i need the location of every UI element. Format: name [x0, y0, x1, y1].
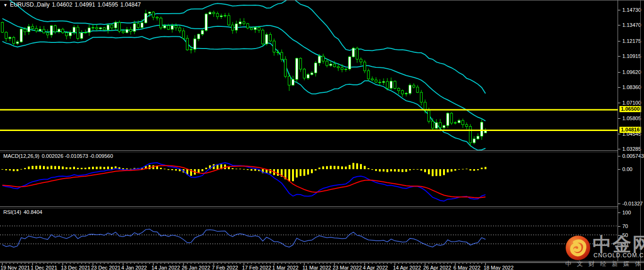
symbol-label: EURUSD.,Daily	[10, 1, 50, 8]
bear-candle	[281, 52, 283, 59]
macd-histogram-bar	[371, 169, 373, 170]
bull-candle	[20, 29, 23, 42]
macd-histogram-bar	[379, 169, 381, 172]
macd-canvas[interactable]	[0, 152, 618, 206]
macd-histogram-bar	[92, 167, 94, 169]
bollinger-upper-band	[2, 0, 485, 93]
macd-histogram-bar	[39, 165, 41, 169]
panel-separator[interactable]	[0, 206, 644, 208]
bull-candle	[126, 30, 128, 33]
quote-header: ▼EURUSD.,Daily1.046021.049911.045951.048…	[3, 1, 143, 8]
bull-candle	[345, 69, 347, 70]
time-axis-label: 19 Nov 2021	[0, 265, 30, 270]
rsi-canvas[interactable]	[0, 208, 618, 261]
rsi-axis-label: 100	[622, 210, 631, 215]
bear-candle	[273, 41, 276, 52]
bear-candle	[386, 82, 389, 88]
macd-histogram-bar	[466, 169, 468, 169]
macd-histogram-bar	[126, 169, 128, 170]
bull-candle	[201, 31, 204, 34]
price-axis-label: 1.13470	[622, 22, 641, 28]
macd-histogram-bar	[43, 166, 45, 169]
macd-header: MACD(12,26,9)0.002026 -0.010573 -0.00956…	[3, 153, 116, 159]
bull-candle	[171, 26, 174, 30]
time-axis-label: 26 Jan 2022	[182, 265, 210, 270]
bear-candle	[258, 27, 260, 30]
macd-histogram-bar	[481, 168, 483, 169]
macd-histogram-bar	[405, 169, 407, 172]
bear-candle	[303, 69, 306, 78]
bull-candle	[141, 23, 143, 27]
bull-candle	[84, 33, 87, 33]
bollinger-lower-band	[2, 36, 485, 150]
bear-candle	[360, 59, 362, 62]
macd-histogram-bar	[398, 169, 400, 172]
price-chart-canvas[interactable]	[0, 0, 618, 150]
macd-histogram-bar	[1, 169, 3, 170]
macd-histogram-bar	[35, 166, 37, 169]
main-chart-panel[interactable]	[0, 0, 618, 150]
price-axis-label: 1.08360	[622, 84, 641, 90]
bear-candle	[341, 68, 343, 70]
macd-histogram-bar	[247, 169, 249, 170]
bull-candle	[477, 136, 479, 139]
macd-histogram-bar	[122, 168, 124, 169]
bull-candle	[447, 113, 449, 125]
macd-histogram-bar	[251, 169, 252, 171]
bear-candle	[394, 81, 396, 88]
macd-histogram-bar	[24, 168, 26, 169]
macd-values: 0.002026 -0.010573 -0.009560	[42, 153, 113, 159]
macd-histogram-bar	[356, 164, 358, 170]
macd-histogram-bar	[232, 168, 234, 169]
bull-candle	[9, 38, 11, 39]
time-axis-label: 23 Mar 2022	[333, 265, 362, 270]
macd-histogram-bar	[296, 169, 298, 178]
macd-histogram-bar	[201, 169, 203, 171]
bear-candle	[111, 25, 113, 28]
macd-histogram-bar	[432, 169, 434, 176]
panel-separator[interactable]	[0, 150, 644, 152]
bull-candle	[390, 81, 393, 88]
macd-histogram-bar	[32, 166, 33, 169]
bull-candle	[409, 85, 411, 93]
bear-candle	[417, 87, 419, 92]
macd-histogram-bar	[9, 169, 11, 171]
bear-candle	[13, 38, 15, 44]
symbol-dropdown-icon: ▼	[3, 3, 8, 8]
macd-histogram-bar	[322, 166, 324, 169]
bull-candle	[100, 28, 102, 29]
macd-histogram-bar	[477, 169, 479, 170]
macd-histogram-bar	[485, 167, 486, 169]
macd-histogram-bar	[205, 168, 207, 169]
macd-histogram-bar	[84, 168, 86, 169]
macd-histogram-bar	[175, 169, 177, 171]
bear-candle	[217, 14, 219, 17]
price-axis-tick	[618, 25, 620, 25]
bull-candle	[58, 29, 60, 32]
macd-histogram-bar	[58, 166, 60, 169]
bear-candle	[368, 71, 370, 79]
rsi-panel[interactable]	[0, 208, 618, 261]
bear-candle	[439, 123, 442, 128]
time-axis-label: 13 Dec 2021	[61, 265, 90, 270]
macd-axis-tick	[618, 169, 620, 170]
bear-candle	[262, 30, 264, 44]
bear-candle	[47, 33, 49, 35]
bull-candle	[115, 23, 117, 28]
bear-candle	[462, 121, 464, 125]
bull-candle	[443, 125, 445, 127]
rsi-value: 40.8404	[24, 209, 42, 215]
price-axis-label: 1.12175	[622, 38, 641, 44]
macd-histogram-bar	[454, 169, 456, 171]
macd-histogram-bar	[345, 167, 347, 170]
macd-axis-label: -0.01327	[622, 201, 643, 206]
macd-panel[interactable]	[0, 152, 618, 206]
macd-histogram-bar	[409, 169, 411, 170]
macd-histogram-bar	[88, 167, 90, 169]
macd-histogram-bar	[292, 169, 294, 181]
bear-candle	[175, 26, 177, 28]
bear-candle	[326, 61, 328, 65]
bear-candle	[375, 80, 377, 82]
bear-candle	[160, 18, 162, 28]
bull-candle	[39, 29, 42, 31]
